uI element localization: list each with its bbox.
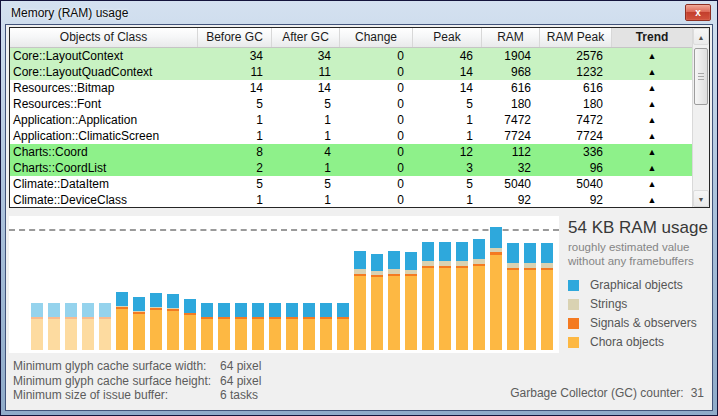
table-row[interactable]: Core::LayoutContext343404619042576▲ [10,48,692,64]
stacked-bar [541,243,553,350]
cell-ram_peak: 7724 [540,128,612,144]
stacked-bar [337,303,349,350]
stacked-bar [235,303,247,350]
cell-ram_peak: 1232 [540,64,612,80]
cell-class-name: Charts::Coord [10,144,198,160]
stacked-bar [184,299,196,350]
cell-class-name: Application::Application [10,112,198,128]
legend-swatch-icon [568,299,579,310]
cell-peak: 1 [413,128,482,144]
table-row[interactable]: Climate::DataItem550550405040▲ [10,176,692,192]
trend-up-icon: ▲ [612,48,692,64]
title-bar[interactable]: Memory (RAM) usage x [1,1,717,24]
segment-graphical-objects [65,303,77,317]
cell-ram: 180 [482,96,540,112]
column-header-objects-of-class[interactable]: Objects of Class [10,28,198,47]
cell-after_gc: 5 [272,176,340,192]
trend-up-icon: ▲ [612,144,692,160]
table-row[interactable]: Charts::Coord84012112336▲ [10,144,692,160]
cell-after_gc: 1 [272,192,340,207]
table-row[interactable]: Core::LayoutQuadContext11110149681232▲ [10,64,692,80]
cell-peak: 1 [413,112,482,128]
table-header-row: Objects of ClassBefore GCAfter GCChangeP… [10,28,692,48]
segment-graphical-objects [371,254,383,271]
column-header-peak[interactable]: Peak [413,28,482,47]
scrollbar-grip [698,73,704,80]
segment-chora-objects [116,309,128,350]
stacked-bar [65,303,77,350]
table-row[interactable]: Application::Application110174727472▲ [10,112,692,128]
table-row[interactable]: Application::ClimaticScreen110177247724▲ [10,128,692,144]
trend-up-icon: ▲ [612,64,692,80]
cell-change: 0 [340,176,413,192]
cell-peak: 5 [413,96,482,112]
memory-ram-usage-window: Memory (RAM) usage x Objects of ClassBef… [0,0,718,416]
segment-chora-objects [388,276,400,350]
vertical-scrollbar[interactable]: ▲ ▼ [692,28,709,207]
legend-label: Graphical objects [590,278,683,292]
stacked-bar [48,303,60,350]
threshold-dashed-line [9,229,559,231]
segment-chora-objects [48,319,60,350]
client-area: Objects of ClassBefore GCAfter GCChangeP… [5,24,713,411]
column-header-change[interactable]: Change [340,28,413,47]
stacked-bar [388,251,400,350]
column-header-ram-peak[interactable]: RAM Peak [540,28,612,47]
segment-graphical-objects [269,303,281,317]
close-button[interactable]: x [685,4,711,21]
cell-after_gc: 1 [272,112,340,128]
segment-chora-objects [456,268,468,350]
segment-chora-objects [235,319,247,350]
cell-after_gc: 14 [272,80,340,96]
table-row[interactable]: Resources::Bitmap1414014616616▲ [10,80,692,96]
legend-swatch-icon [568,318,579,329]
cell-change: 0 [340,64,413,80]
segment-graphical-objects [507,243,519,263]
segment-graphical-objects [456,242,468,261]
cell-ram: 7724 [482,128,540,144]
segment-chora-objects [184,315,196,350]
scrollbar-thumb[interactable] [694,48,708,105]
scrollbar-down-icon[interactable]: ▼ [693,190,709,207]
segment-chora-objects [490,255,502,350]
scrollbar-up-icon[interactable]: ▲ [693,28,709,45]
stacked-bar [371,254,383,350]
cell-peak: 46 [413,48,482,64]
stacked-bar [524,243,536,350]
cell-change: 0 [340,128,413,144]
segment-graphical-objects [388,251,400,269]
table-row[interactable]: Climate::DeviceClass11019292▲ [10,192,692,207]
segment-chora-objects [150,310,162,350]
segment-graphical-objects [82,303,94,317]
segment-graphical-objects [252,303,264,317]
gc-counter: Garbage Collector (GC) counter: 31 [510,386,704,400]
gc-counter-label: Garbage Collector (GC) counter: [510,386,683,400]
segment-graphical-objects [541,243,553,263]
table-row[interactable]: Resources::Font5505180180▲ [10,96,692,112]
column-header-before-gc[interactable]: Before GC [198,28,272,47]
segment-graphical-objects [337,303,349,317]
status-value: 64 pixel [220,359,261,374]
segment-graphical-objects [405,252,417,270]
segment-chora-objects [507,270,519,350]
cell-change: 0 [340,112,413,128]
objects-table: Objects of ClassBefore GCAfter GCChangeP… [9,27,710,208]
cell-peak: 14 [413,64,482,80]
segment-graphical-objects [150,293,162,307]
column-header-ram[interactable]: RAM [482,28,540,47]
cell-class-name: Resources::Bitmap [10,80,198,96]
cell-class-name: Climate::DeviceClass [10,192,198,207]
column-header-after-gc[interactable]: After GC [272,28,340,47]
status-info: Minimum glyph cache surface width:64 pix… [13,359,261,403]
status-value: 6 tasks [220,388,258,403]
segment-chora-objects [337,319,349,350]
table-row[interactable]: Charts::CoordList21033296▲ [10,160,692,176]
segment-chora-objects [252,319,264,350]
cell-peak: 12 [413,144,482,160]
cell-class-name: Charts::CoordList [10,160,198,176]
column-header-trend[interactable]: Trend [612,28,692,47]
legend-item: Graphical objects [568,280,711,291]
stacked-bar [473,239,485,350]
cell-ram: 92 [482,192,540,207]
cell-after_gc: 34 [272,48,340,64]
